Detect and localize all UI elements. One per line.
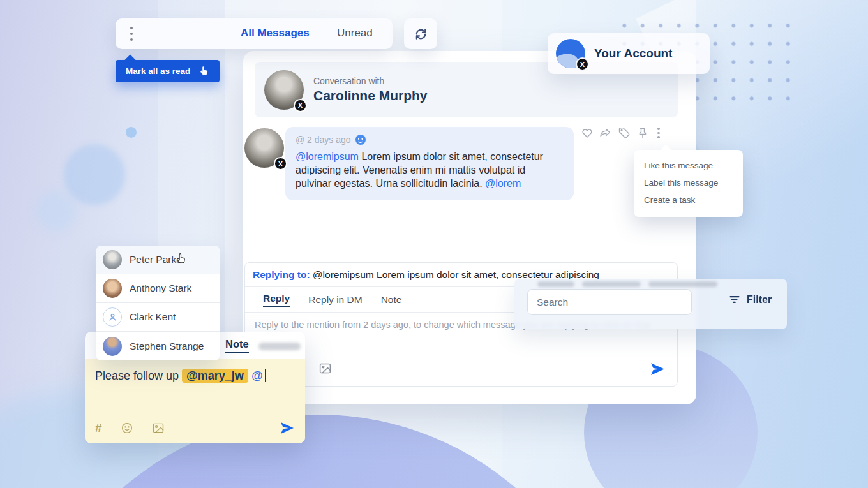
avatar (103, 307, 122, 327)
hand-cursor-icon (198, 66, 209, 77)
decor-circle (64, 144, 125, 205)
avatar (103, 337, 122, 356)
tab-reply[interactable]: Reply (263, 293, 290, 307)
message-timestamp: @ 2 days ago (296, 135, 351, 145)
avatar: X (244, 128, 284, 168)
avatar: X (264, 70, 304, 110)
person-name: Anthony Stark (130, 283, 191, 294)
people-list: Peter Parker Anthony Stark Clark Kent St… (96, 246, 220, 360)
person-name: Clark Kent (130, 311, 176, 323)
list-item-clark[interactable]: Clark Kent (96, 303, 220, 332)
message-actions (581, 126, 662, 140)
send-icon[interactable] (650, 361, 666, 377)
label-icon[interactable] (618, 126, 631, 139)
message-text: @loremipsum Lorem ipsum dolor sit amet, … (296, 150, 564, 190)
emoji-icon[interactable] (121, 422, 133, 434)
share-icon[interactable] (599, 126, 612, 139)
attach-image-icon[interactable] (318, 362, 332, 375)
replying-to-label: Replying to: (253, 269, 310, 280)
filter-label: Filter (747, 294, 772, 306)
account-card[interactable]: X Your Account (548, 33, 710, 74)
x-platform-badge: X (294, 99, 307, 112)
avatar (103, 250, 122, 269)
mention-link[interactable]: @loremipsum (296, 151, 359, 162)
decor-circle (35, 190, 77, 232)
refresh-button[interactable] (404, 18, 437, 49)
like-icon[interactable] (581, 126, 594, 139)
inbox-toolbar: All Messages Unread (116, 18, 393, 49)
note-text: Please follow up (95, 369, 182, 382)
tab-reply-in-dm[interactable]: Reply in DM (308, 294, 362, 306)
tab-unread[interactable]: Unread (337, 27, 373, 40)
person-name: Stephen Strange (130, 341, 204, 352)
message-bubble: @ 2 days ago @loremipsum Lorem ipsum dol… (285, 127, 574, 200)
note-editor[interactable]: Please follow up @mary_jw @ # (85, 359, 305, 443)
blurred-text (582, 281, 641, 287)
person-icon (107, 312, 118, 323)
send-icon[interactable] (280, 420, 295, 436)
decor-dot (126, 127, 137, 138)
app-background: X Conversation with Carolinne Murphy X @… (0, 0, 868, 488)
text-caret (265, 369, 266, 382)
note-at-symbol: @ (248, 369, 263, 382)
menu-item-task[interactable]: Create a task (634, 191, 743, 209)
menu-item-label[interactable]: Label this message (634, 174, 743, 191)
tab-all-messages[interactable]: All Messages (241, 27, 310, 40)
list-item-anthony[interactable]: Anthony Stark (96, 274, 220, 303)
x-platform-badge: X (274, 157, 287, 170)
hashtag-icon[interactable]: # (95, 421, 102, 435)
conversation-panel: X Conversation with Carolinne Murphy X @… (243, 51, 696, 404)
mark-all-read-tooltip[interactable]: Mark all as read (116, 60, 220, 82)
conversation-name: Carolinne Murphy (313, 88, 428, 103)
menu-item-like[interactable]: Like this message (634, 157, 743, 174)
refresh-icon (414, 27, 428, 41)
avatar (103, 279, 122, 298)
message-more-icon[interactable] (655, 126, 662, 140)
mention-link[interactable]: @lorem (485, 178, 521, 189)
blurred-text (648, 281, 717, 287)
tab-note[interactable]: Note (381, 294, 402, 306)
note-mention-chip[interactable]: @mary_jw (182, 369, 248, 383)
message-context-menu: Like this message Label this message Cre… (634, 150, 743, 217)
search-input[interactable] (527, 289, 692, 315)
pin-icon[interactable] (636, 126, 649, 139)
blurred-text (258, 343, 301, 350)
filter-icon (728, 293, 741, 306)
note-toolbar: # (95, 421, 165, 435)
list-item-peter[interactable]: Peter Parker (96, 246, 220, 274)
hand-cursor-icon (175, 253, 187, 265)
image-icon[interactable] (152, 422, 165, 434)
more-options-icon[interactable] (127, 27, 136, 41)
account-label: Your Account (594, 47, 672, 61)
x-platform-badge: X (576, 57, 589, 71)
filter-button[interactable]: Filter (728, 293, 772, 306)
search-panel: Filter (514, 279, 787, 329)
tooltip-label: Mark all as read (126, 66, 190, 76)
list-item-stephen[interactable]: Stephen Strange (96, 332, 220, 360)
tab-note-active[interactable]: Note (225, 338, 249, 353)
conversation-eyebrow: Conversation with (313, 76, 428, 86)
smiley-platform-icon (355, 135, 366, 145)
blurred-text (537, 281, 574, 287)
